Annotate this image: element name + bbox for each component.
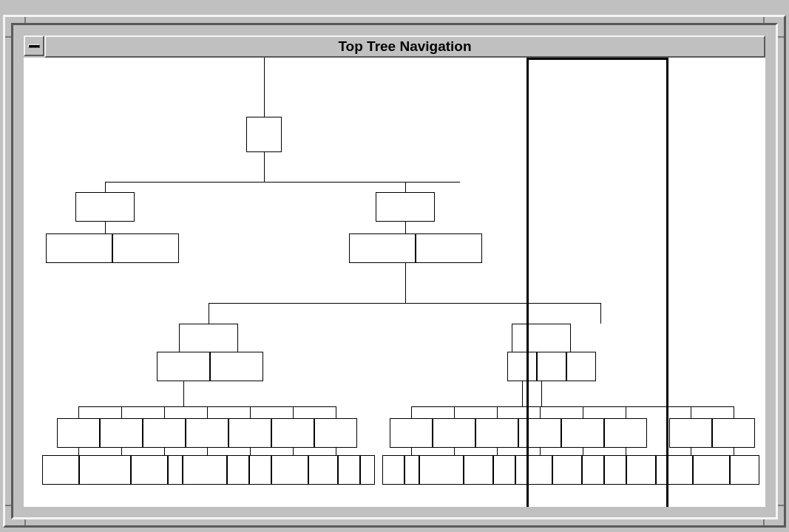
tree-node[interactable]: [228, 418, 271, 448]
tree-edge: [264, 58, 265, 117]
tree-node[interactable]: [656, 455, 693, 485]
tree-node[interactable]: [100, 418, 143, 448]
tree-node[interactable]: [183, 455, 227, 485]
tree-node[interactable]: [669, 418, 712, 448]
tree-edge: [600, 303, 601, 324]
tree-node[interactable]: [246, 117, 282, 152]
desktop: Top Tree Navigation: [0, 0, 789, 532]
tree-node[interactable]: [604, 418, 647, 448]
tree-node[interactable]: [693, 455, 730, 485]
tree-node[interactable]: [271, 418, 314, 448]
tree-node[interactable]: [271, 455, 308, 485]
tree-node[interactable]: [416, 233, 482, 263]
tree-edge: [583, 448, 583, 455]
tree-node[interactable]: [349, 233, 416, 263]
tree-node[interactable]: [308, 455, 338, 485]
tree-node[interactable]: [518, 418, 561, 448]
tree-edge: [691, 448, 691, 455]
tree-node[interactable]: [57, 418, 100, 448]
tree-edge: [78, 448, 79, 455]
window-title: Top Tree Navigation: [44, 35, 765, 58]
tree-node[interactable]: [157, 352, 210, 381]
window-frame: Top Tree Navigation: [3, 15, 786, 528]
tree-node[interactable]: [168, 455, 183, 485]
tree-node[interactable]: [179, 324, 238, 353]
tree-edge: [497, 406, 498, 418]
tree-edge: [105, 182, 460, 183]
tree-node[interactable]: [210, 352, 263, 381]
tree-edge: [293, 406, 294, 418]
window-title-text: Top Tree Navigation: [338, 38, 471, 55]
tree-node[interactable]: [475, 418, 518, 448]
tree-node[interactable]: [493, 455, 515, 485]
tree-edge: [583, 406, 583, 418]
tree-edge: [105, 222, 106, 233]
tree-node[interactable]: [314, 418, 357, 448]
system-menu-button[interactable]: [24, 35, 44, 56]
tree-edge: [497, 448, 498, 455]
tree-node[interactable]: [46, 233, 112, 263]
tree-edge: [183, 381, 184, 406]
tree-node[interactable]: [537, 352, 566, 381]
tree-node[interactable]: [433, 418, 475, 448]
tree-edge: [121, 406, 122, 418]
tree-edge: [405, 182, 406, 192]
tree-edge: [121, 448, 122, 455]
tree-edge: [454, 448, 455, 455]
tree-node[interactable]: [712, 418, 755, 448]
tree-edge: [405, 263, 406, 303]
tree-node[interactable]: [112, 233, 179, 263]
tree-node[interactable]: [338, 455, 360, 485]
tree-node[interactable]: [552, 455, 582, 485]
tree-edge: [626, 448, 626, 455]
tree-edge: [691, 406, 691, 418]
tree-edge: [164, 448, 165, 455]
tree-edge: [454, 406, 455, 418]
title-bar[interactable]: Top Tree Navigation: [24, 35, 765, 58]
tree-node[interactable]: [360, 455, 375, 485]
window: Top Tree Navigation: [24, 35, 765, 507]
tree-node[interactable]: [419, 455, 464, 485]
tree-edge: [78, 406, 79, 418]
tree-node[interactable]: [566, 352, 596, 381]
tree-node[interactable]: [730, 455, 759, 485]
tree-edge: [293, 448, 294, 455]
tree-node[interactable]: [227, 455, 249, 485]
tree-node[interactable]: [143, 418, 186, 448]
tree-node[interactable]: [79, 455, 131, 485]
tree-edge: [411, 406, 412, 418]
tree-node[interactable]: [186, 418, 228, 448]
tree-canvas[interactable]: [24, 58, 765, 507]
tree-node[interactable]: [390, 418, 433, 448]
tree-edge: [105, 182, 106, 192]
tree-node[interactable]: [249, 455, 271, 485]
tree-edge: [336, 448, 336, 455]
tree-node[interactable]: [464, 455, 493, 485]
tree-node[interactable]: [582, 455, 604, 485]
tree-edge: [405, 222, 406, 233]
tree-edge: [209, 303, 600, 304]
tree-node[interactable]: [376, 192, 435, 222]
tree-edge: [626, 406, 626, 418]
tree-edge: [250, 406, 251, 418]
tree-node[interactable]: [507, 352, 537, 381]
tree-node[interactable]: [515, 455, 552, 485]
tree-edge: [209, 303, 209, 324]
tree-edge: [250, 448, 251, 455]
tree-edge: [207, 448, 208, 455]
tree-node[interactable]: [561, 418, 604, 448]
tree-edge: [207, 406, 208, 418]
tree-node[interactable]: [131, 455, 168, 485]
tree-edge: [734, 448, 734, 455]
window-inner-bevel: Top Tree Navigation: [11, 23, 778, 519]
tree-edge: [264, 152, 265, 182]
tree-edge: [164, 406, 165, 418]
tree-node[interactable]: [604, 455, 626, 485]
tree-node[interactable]: [75, 192, 135, 222]
tree-node[interactable]: [382, 455, 404, 485]
tree-node[interactable]: [404, 455, 419, 485]
tree-node[interactable]: [42, 455, 79, 485]
tree-edge: [541, 381, 542, 406]
tree-node[interactable]: [512, 324, 571, 353]
tree-node[interactable]: [626, 455, 656, 485]
